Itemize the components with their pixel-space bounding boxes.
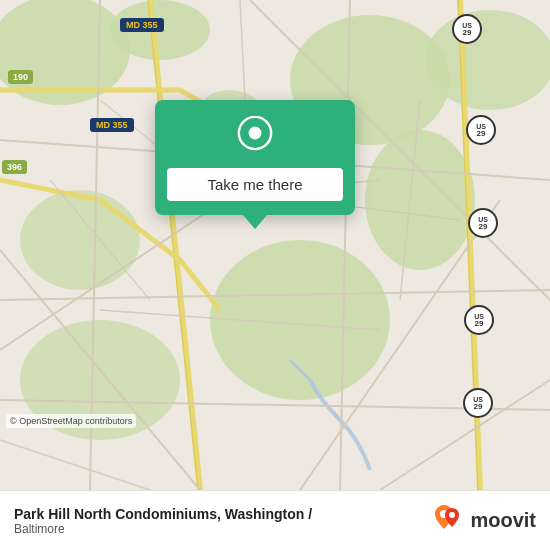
road-badge-us29-2: US 29 <box>466 115 496 145</box>
road-badge-396: 396 <box>2 160 27 174</box>
svg-point-7 <box>20 190 140 290</box>
svg-point-13 <box>449 512 455 518</box>
road-badge-md355-top: MD 355 <box>120 18 164 32</box>
road-badge-us29-top: US 29 <box>452 14 482 44</box>
svg-point-11 <box>249 127 262 140</box>
map-pin-icon <box>234 116 276 158</box>
moovit-logo: moovit <box>430 503 536 539</box>
svg-point-8 <box>425 10 550 110</box>
road-badge-190: 190 <box>8 70 33 84</box>
svg-point-4 <box>365 130 475 270</box>
popup-arrow <box>243 215 267 229</box>
map-container: MD 355 MD 355 190 396 US 29 US 29 US 29 … <box>0 0 550 490</box>
location-name: Park Hill North Condominiums, Washington… <box>14 506 312 522</box>
road-badge-us29-5: US 29 <box>463 388 493 418</box>
location-popup: Take me there <box>155 100 355 215</box>
moovit-icon <box>430 503 466 539</box>
take-me-there-button[interactable]: Take me there <box>167 168 343 201</box>
road-badge-md355-mid: MD 355 <box>90 118 134 132</box>
road-badge-us29-3: US 29 <box>468 208 498 238</box>
footer-location-info: Park Hill North Condominiums, Washington… <box>14 506 312 536</box>
location-sub: Baltimore <box>14 522 312 536</box>
moovit-text: moovit <box>470 509 536 532</box>
road-badge-us29-4: US 29 <box>464 305 494 335</box>
osm-attribution: © OpenStreetMap contributors <box>6 414 136 428</box>
footer: Park Hill North Condominiums, Washington… <box>0 490 550 550</box>
